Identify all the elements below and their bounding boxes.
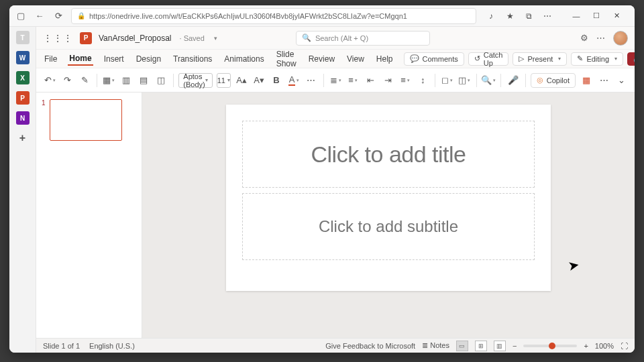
catchup-button[interactable]: ↺Catch Up xyxy=(468,52,509,66)
tab-home[interactable]: Home xyxy=(68,52,93,66)
reading-view-button[interactable]: ▥ xyxy=(494,341,506,351)
toolbar-more-button[interactable]: ⋯ xyxy=(597,73,610,88)
increase-indent-button[interactable]: ⇥ xyxy=(381,73,394,88)
thumbnail-number: 1 xyxy=(42,99,46,141)
bullets-button[interactable]: ≣ xyxy=(329,73,342,88)
numbering-button[interactable]: ≡ xyxy=(346,73,360,88)
line-spacing-button[interactable]: ↕ xyxy=(416,73,429,88)
status-right: Give Feedback to Microsoft ≣ Notes ▭ ⊞ ▥… xyxy=(325,341,628,351)
dictate-button[interactable]: 🎤 xyxy=(506,73,520,88)
reset-button[interactable]: ◫ xyxy=(154,73,168,88)
close-button[interactable]: ✕ xyxy=(606,8,627,24)
url-field[interactable]: 🔒 https://onedrive.live.com/w/t/EaCKkPs6… xyxy=(71,8,476,24)
tab-design[interactable]: Design xyxy=(135,53,162,65)
tab-transitions[interactable]: Transitions xyxy=(172,53,213,65)
rail-home-icon[interactable]: T xyxy=(16,31,30,44)
align-button[interactable]: ≡ xyxy=(398,73,412,88)
slide[interactable]: Click to add title Click to add subtitle xyxy=(226,105,551,291)
ribbon-collapse-chevron-icon[interactable]: ⌄ xyxy=(614,73,628,88)
rail-onenote-icon[interactable]: N xyxy=(16,111,30,125)
zoom-handle[interactable] xyxy=(549,343,555,349)
search-placeholder: Search (Alt + Q) xyxy=(315,34,368,42)
doc-menu-chevron-icon[interactable]: ▾ xyxy=(214,35,217,42)
back-button[interactable]: ← xyxy=(34,10,46,22)
slide-thumbnail-1[interactable]: 1 xyxy=(42,99,136,141)
more-font-button[interactable]: ⋯ xyxy=(305,73,318,88)
collections-icon[interactable]: ⧉ xyxy=(523,11,534,21)
search-input[interactable]: 🔍 Search (Alt + Q) xyxy=(296,31,430,46)
app-launcher-icon[interactable]: ⋮⋮⋮ xyxy=(43,33,73,44)
comments-button[interactable]: 💬Comments xyxy=(404,52,464,66)
redo-button[interactable]: ↷ xyxy=(60,73,74,88)
zoom-in-button[interactable]: + xyxy=(584,342,588,350)
find-button[interactable]: 🔍 xyxy=(482,73,495,88)
rail-add-icon[interactable]: + xyxy=(16,131,30,145)
tab-view[interactable]: View xyxy=(345,53,366,65)
zoom-out-button[interactable]: − xyxy=(513,342,517,350)
copilot-button[interactable]: ◎Copilot xyxy=(531,73,576,88)
present-button[interactable]: ▷Present▾ xyxy=(513,52,567,66)
minimize-button[interactable]: — xyxy=(566,8,586,24)
thumbnail-preview[interactable] xyxy=(50,99,122,141)
tab-slideshow[interactable]: Slide Show xyxy=(275,48,298,70)
shapes-button[interactable]: ◻ xyxy=(440,73,453,88)
browser-window: ▢ ← ⟳ 🔒 https://onedrive.live.com/w/t/Ea… xyxy=(9,5,635,353)
tab-help[interactable]: Help xyxy=(375,53,394,65)
increase-font-button[interactable]: A▴ xyxy=(235,73,248,88)
rail-word-icon[interactable]: W xyxy=(16,51,30,64)
sorter-view-button[interactable]: ⊞ xyxy=(475,341,487,351)
comment-icon: 💬 xyxy=(410,54,419,63)
workspace: 1 Click to add title Click to add subtit… xyxy=(36,93,635,338)
tab-animations[interactable]: Animations xyxy=(223,53,265,65)
lock-icon: 🔒 xyxy=(77,12,85,19)
zoom-slider[interactable] xyxy=(523,345,577,347)
catchup-icon: ↺ xyxy=(474,54,480,63)
maximize-button[interactable]: ☐ xyxy=(586,8,606,24)
editing-button[interactable]: ✎Editing▾ xyxy=(571,52,623,66)
fit-to-window-button[interactable]: ⛶ xyxy=(621,342,628,350)
font-family-select[interactable]: Aptos (Body)▾ xyxy=(178,73,212,88)
decrease-font-button[interactable]: A▾ xyxy=(252,73,266,88)
document-name[interactable]: VanArsdel_Proposal xyxy=(99,34,172,43)
undo-button[interactable]: ↶ xyxy=(43,73,56,88)
feedback-link[interactable]: Give Feedback to Microsoft xyxy=(325,342,415,350)
rail-powerpoint-icon[interactable]: P xyxy=(16,91,30,105)
window-controls: — ☐ ✕ xyxy=(566,8,627,24)
zoom-percent[interactable]: 100% xyxy=(595,342,614,350)
tab-icon[interactable]: ▢ xyxy=(15,10,27,22)
decrease-indent-button[interactable]: ⇤ xyxy=(364,73,377,88)
subtitle-placeholder[interactable]: Click to add subtitle xyxy=(242,193,535,260)
chevron-down-icon: ▾ xyxy=(558,56,561,62)
tab-insert[interactable]: Insert xyxy=(103,53,125,65)
notes-toggle[interactable]: ≣ Notes xyxy=(422,341,449,350)
section-button[interactable]: ▤ xyxy=(137,73,150,88)
title-more-icon[interactable]: ⋯ xyxy=(596,33,605,43)
refresh-button[interactable]: ⟳ xyxy=(52,10,64,22)
chevron-down-icon: ▾ xyxy=(227,77,230,83)
slide-canvas-area[interactable]: Click to add title Click to add subtitle… xyxy=(142,93,635,338)
settings-icon[interactable]: ⚙ xyxy=(580,33,588,43)
font-color-button[interactable]: A xyxy=(287,73,301,88)
bold-button[interactable]: B xyxy=(270,73,283,88)
font-size-select[interactable]: 11▾ xyxy=(217,73,231,88)
share-button[interactable]: 🔗Share▾ xyxy=(627,52,635,66)
designer-button[interactable]: ▦ xyxy=(580,73,593,88)
favorite-icon[interactable]: ★ xyxy=(504,11,515,21)
app-area: T W X P N + ⋮⋮⋮ P VanArsdel_Proposal · S… xyxy=(9,27,635,353)
slide-thumbnail-panel[interactable]: 1 xyxy=(36,93,142,338)
user-avatar[interactable] xyxy=(613,31,628,46)
language-status[interactable]: English (U.S.) xyxy=(89,342,135,350)
tab-review[interactable]: Review xyxy=(307,53,336,65)
format-painter-button[interactable]: ✎ xyxy=(78,73,91,88)
status-bar: Slide 1 of 1 English (U.S.) Give Feedbac… xyxy=(36,338,635,353)
arrange-button[interactable]: ◫ xyxy=(458,73,471,88)
rail-excel-icon[interactable]: X xyxy=(16,71,30,84)
normal-view-button[interactable]: ▭ xyxy=(456,341,468,351)
chevron-down-icon: ▾ xyxy=(614,56,617,62)
browser-more-icon[interactable]: ⋯ xyxy=(542,11,553,21)
title-placeholder[interactable]: Click to add title xyxy=(242,121,535,188)
tab-file[interactable]: File xyxy=(43,53,58,65)
read-aloud-icon[interactable]: ♪ xyxy=(486,11,496,21)
layout-button[interactable]: ▥ xyxy=(119,73,133,88)
new-slide-button[interactable]: ▦ xyxy=(102,73,115,88)
